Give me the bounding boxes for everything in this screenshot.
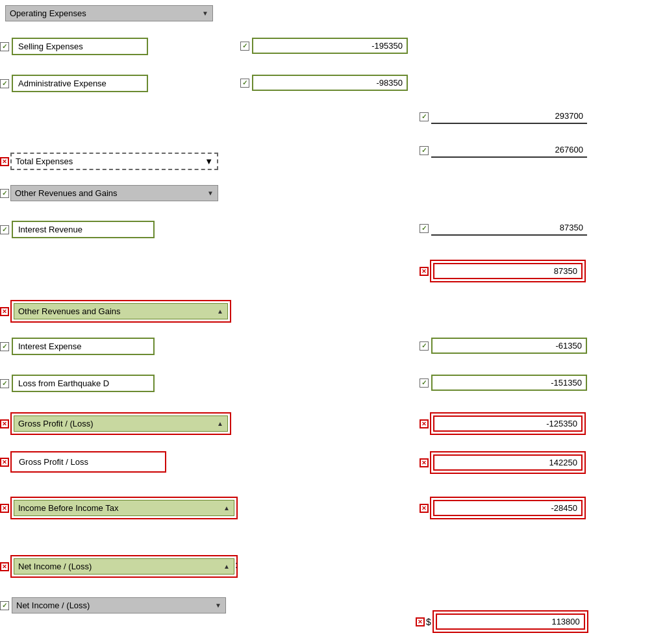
nil-dropdown-checkbox[interactable] [0,562,9,571]
total-expenses-arrow: ▼ [205,156,213,166]
selling-value-input[interactable]: -195350 [252,38,408,54]
gross-profit-loss-dropdown-label: Gross Profit / (Loss) [18,419,94,428]
v113800-checkbox[interactable] [416,617,425,626]
vneg61350-checkbox[interactable] [420,341,429,351]
org1-arrow: ▼ [207,190,214,197]
net-income-loss-gray-label: Net Income / (Loss) [16,601,90,610]
other-revenues-gains-2-label: Other Revenues and Gains [18,306,121,316]
v267600-value: 267600 [555,145,583,155]
operating-expenses-dropdown[interactable]: Operating Expenses ▼ [5,5,213,21]
net-income-loss-dropdown[interactable]: Net Income / (Loss) ▲ [14,558,234,575]
selling-expenses-checkbox[interactable] [0,42,9,51]
v142250-value: 142250 [549,458,577,467]
gpl-label-checkbox[interactable] [0,458,9,467]
vneg151350-checkbox[interactable] [420,378,429,388]
v87350g-input[interactable]: 87350 [431,221,587,236]
ibit-red-container: Income Before Income Tax ▲ [10,497,238,519]
v87350g-value: 87350 [560,223,583,232]
v113800-value: 113800 [551,617,579,626]
other-revenues-gains-1-dropdown[interactable]: Other Revenues and Gains ▼ [10,185,218,201]
org2-checkbox[interactable] [0,307,9,316]
vneg28450-container: -28450 [430,497,586,519]
v113800-input[interactable]: 113800 [436,613,585,630]
nil-gray-checkbox[interactable] [0,601,9,610]
vneg61350-value: -61350 [556,341,582,351]
interest-revenue-checkbox[interactable] [0,225,9,234]
v87350r-input[interactable]: 87350 [433,263,583,279]
interest-expense-checkbox[interactable] [0,342,9,351]
nil-gray-arrow: ▼ [215,602,221,609]
gpl-dropdown-checkbox[interactable] [0,419,9,428]
v267600-checkbox[interactable] [420,146,429,155]
admin-expense-label: Administrative Expense [12,75,148,92]
selling-value: -195350 [371,41,403,51]
v267600-input[interactable]: 267600 [431,143,587,158]
vneg125350-container: -125350 [430,412,586,435]
ibit-arrow: ▲ [223,504,230,512]
vneg28450-input[interactable]: -28450 [433,500,583,516]
vneg125350-input[interactable]: -125350 [433,415,583,432]
v142250-checkbox[interactable] [420,458,429,467]
dollar-sign: $ [426,617,431,627]
vneg151350-value: -151350 [551,378,582,388]
colon-separator: : [235,560,238,570]
v87350g-checkbox[interactable] [420,224,429,233]
gross-profit-loss-dropdown[interactable]: Gross Profit / (Loss) ▲ [14,415,228,432]
dropdown-arrow: ▼ [202,10,208,17]
selling-value-checkbox[interactable] [240,42,249,51]
admin-value-checkbox[interactable] [240,79,249,88]
org1-checkbox[interactable] [0,189,9,198]
admin-expense-checkbox[interactable] [0,79,9,88]
v87350r-container: 87350 [430,260,586,282]
vneg125350-value: -125350 [546,419,577,428]
loss-earthquake-checkbox[interactable] [0,379,9,388]
selling-expenses-label: Selling Expenses [12,38,148,55]
org2-red-container: Other Revenues and Gains ▲ [10,300,231,323]
total-expenses-dropdown[interactable]: Total Expenses ▼ [10,153,218,170]
gpl-label-red-container: Gross Profit / Loss [10,451,166,473]
org2-arrow: ▲ [217,308,223,315]
nil-red-container: Net Income / (Loss) ▲ [10,555,238,578]
v293700-value: 293700 [555,111,583,121]
other-revenues-gains-1-label: Other Revenues and Gains [15,188,118,198]
v87350r-value: 87350 [554,266,577,276]
interest-revenue-label: Interest Revenue [12,221,155,238]
v293700-input[interactable]: 293700 [431,109,587,124]
gross-profit-loss-label: Gross Profit / Loss [14,454,163,469]
gpl-arrow: ▲ [217,420,223,427]
vneg151350-input[interactable]: -151350 [431,375,587,391]
interest-expense-label: Interest Expense [12,338,155,355]
income-before-tax-dropdown[interactable]: Income Before Income Tax ▲ [14,500,234,516]
other-revenues-gains-2-dropdown[interactable]: Other Revenues and Gains ▲ [14,303,228,319]
vneg28450-value: -28450 [551,503,577,513]
vneg61350-input[interactable]: -61350 [431,338,587,354]
total-expenses-checkbox[interactable] [0,157,9,166]
nil-arrow: ▲ [223,563,230,570]
admin-value: -98350 [377,78,403,88]
vneg28450-checkbox[interactable] [420,504,429,513]
ibit-checkbox[interactable] [0,504,9,513]
v293700-checkbox[interactable] [420,112,429,121]
vneg125350-checkbox[interactable] [420,419,429,428]
income-before-tax-label: Income Before Income Tax [18,503,118,513]
net-income-loss-gray-dropdown[interactable]: Net Income / (Loss) ▼ [12,597,226,613]
v142250-input[interactable]: 142250 [433,454,583,471]
v87350r-checkbox[interactable] [420,267,429,276]
v113800-container: 113800 [433,610,588,633]
net-income-loss-dropdown-label: Net Income / (Loss) [18,562,92,571]
operating-expenses-label: Operating Expenses [10,8,86,18]
v142250-container: 142250 [430,451,586,474]
loss-earthquake-label: Loss from Earthquake D [12,375,155,392]
gpl-red-container: Gross Profit / (Loss) ▲ [10,412,231,435]
total-expenses-label: Total Expenses [16,156,73,166]
admin-value-input[interactable]: -98350 [252,75,408,91]
